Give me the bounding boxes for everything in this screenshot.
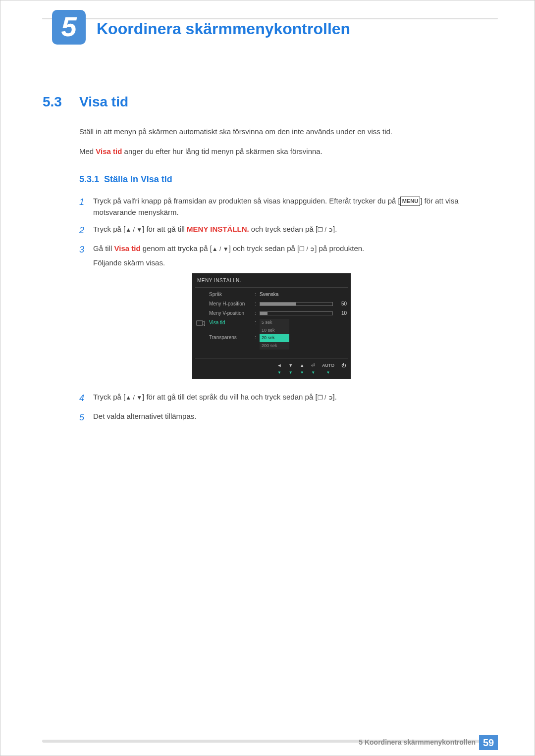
intro-paragraph-1: Ställ in att menyn på skärmen automatisk… [79, 126, 490, 137]
osd-label: Meny V-position [209, 309, 255, 317]
step-text: Tryck på [▲ / ▼] för att gå till MENY IN… [93, 224, 490, 237]
step-number: 1 [79, 196, 93, 218]
footer-text: 5 Koordinera skärmmenykontrollen [359, 738, 476, 746]
osd-nav-bar: ◄▼ ▼▼ ▲▼ ⏎▼ AUTO▼ ⏻ [192, 360, 351, 377]
highlight-meny-installn: MENY INSTÄLLN. [187, 225, 249, 233]
header-rule [42, 18, 498, 19]
text: genom att trycka på [ [141, 244, 212, 252]
osd-category-icon [192, 290, 209, 357]
step-3-line2: Följande skärm visas. [93, 257, 490, 269]
osd-option: 5 sek [260, 319, 289, 327]
intro-paragraph-2: Med Visa tid anger du efter hur lång tid… [79, 146, 490, 157]
osd-value: Svenska [260, 291, 347, 298]
select-source-icon: ❐ / ➲ [318, 225, 333, 234]
step-2: 2 Tryck på [▲ / ▼] för att gå till MENY … [79, 224, 490, 237]
osd-nav-down-icon: ▼▼ [288, 362, 293, 376]
text: Tryck på [ [93, 225, 125, 233]
osd-title: MENY INSTÄLLN. [192, 273, 351, 286]
select-source-icon: ❐ / ➲ [299, 245, 315, 253]
step-number: 3 [79, 243, 93, 386]
step-text: Tryck på [▲ / ▼] för att gå till det spr… [93, 392, 490, 405]
up-down-icon: ▲ / ▼ [212, 245, 229, 253]
step-number: 2 [79, 224, 93, 237]
text: ] för att gå till det språk du vill ha o… [142, 393, 318, 401]
menu-key-icon: MENU [400, 197, 420, 206]
osd-slider [260, 302, 333, 306]
osd-nav-auto: AUTO▼ [322, 362, 334, 376]
osd-option-selected: 20 sek [260, 334, 289, 342]
osd-nav-enter-icon: ⏎▼ [311, 362, 315, 376]
step-1: 1 Tryck på valfri knapp på framsidan av … [79, 196, 490, 218]
text: Gå till [93, 244, 114, 252]
osd-slider [260, 311, 333, 315]
text: ]. [333, 393, 337, 401]
osd-divider [195, 287, 348, 288]
up-down-icon: ▲ / ▼ [125, 393, 142, 402]
svg-rect-0 [197, 321, 203, 325]
step-number: 4 [79, 392, 93, 405]
osd-row-hpos: Meny H-position : 50 [209, 299, 347, 308]
text: ] på produkten. [315, 244, 364, 252]
chapter-title: Koordinera skärmmenykontrollen [97, 20, 350, 38]
osd-option: 10 sek [260, 327, 289, 335]
osd-nav-power-icon: ⏻ [341, 362, 346, 376]
text: Tryck på [ [93, 393, 125, 401]
step-4: 4 Tryck på [▲ / ▼] för att gå till det s… [79, 392, 490, 405]
text: anger du efter hur lång tid menyn på skä… [122, 147, 322, 155]
osd-label-selected: Visa tid [209, 319, 255, 326]
osd-label: Meny H-position [209, 300, 255, 307]
highlight-visa-tid: Visa tid [114, 244, 141, 252]
highlight-visa-tid: Visa tid [96, 147, 122, 155]
osd-nav-left-icon: ◄▼ [277, 362, 281, 376]
osd-label: Transparens [209, 334, 255, 341]
osd-slider-value: 50 [336, 300, 347, 307]
text: ] och tryck sedan på [ [229, 244, 300, 252]
page-number: 59 [479, 735, 498, 750]
text: Med [79, 147, 96, 155]
step-text: Tryck på valfri knapp på framsidan av pr… [93, 196, 490, 218]
subsection-title: Ställa in Visa tid [104, 174, 172, 184]
text: ]. [333, 225, 337, 233]
section-number: 5.3 [43, 94, 62, 110]
step-5: 5 Det valda alternativet tillämpas. [79, 411, 490, 424]
subsection-heading: 5.3.1 Ställa in Visa tid [79, 174, 172, 185]
step-number: 5 [79, 411, 93, 424]
up-down-icon: ▲ / ▼ [125, 225, 142, 234]
osd-divider [195, 358, 348, 358]
chapter-number-badge: 5 [52, 10, 86, 45]
osd-slider-value: 10 [336, 309, 347, 317]
osd-dropdown: 5 sek 10 sek 20 sek 200 sek [260, 319, 289, 350]
step-list: 1 Tryck på valfri knapp på framsidan av … [79, 196, 490, 430]
subsection-number: 5.3.1 [79, 174, 99, 184]
select-source-icon: ❐ / ➲ [318, 393, 333, 402]
osd-label: Språk [209, 291, 255, 298]
osd-row-language: Språk : Svenska [209, 290, 347, 299]
osd-row-vpos: Meny V-position : 10 [209, 308, 347, 318]
step-text: Det valda alternativet tillämpas. [93, 411, 490, 424]
text: Tryck på valfri knapp på framsidan av pr… [93, 197, 400, 205]
step-text: Gå till Visa tid genom att trycka på [▲ … [93, 243, 490, 386]
osd-nav-up-icon: ▲▼ [300, 362, 304, 376]
osd-option: 200 sek [260, 342, 289, 350]
section-title: Visa tid [79, 94, 128, 110]
text: och tryck sedan på [ [249, 225, 318, 233]
osd-screenshot: MENY INSTÄLLN. Språk : Svenska [192, 273, 490, 379]
step-3: 3 Gå till Visa tid genom att trycka på [… [79, 243, 490, 386]
text: ] för att gå till [142, 225, 187, 233]
